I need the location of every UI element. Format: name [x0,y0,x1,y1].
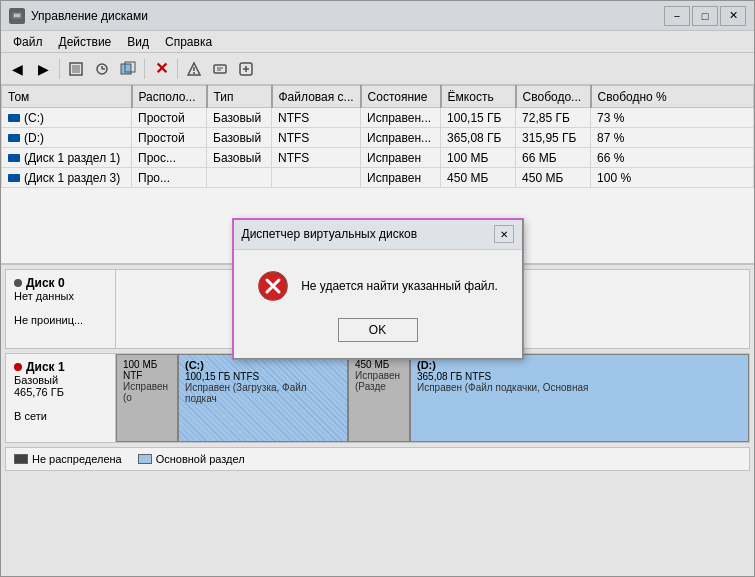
dialog-title: Диспетчер виртуальных дисков [242,227,418,241]
dialog-body: Не удается найти указанный файл. OK [234,250,522,358]
error-dialog: Диспетчер виртуальных дисков ✕ Не удаетс… [233,219,523,359]
ok-button[interactable]: OK [338,318,418,342]
dialog-overlay: Диспетчер виртуальных дисков ✕ Не удаетс… [0,0,755,577]
dialog-message: Не удается найти указанный файл. [301,279,498,293]
dialog-close-button[interactable]: ✕ [494,225,514,243]
dialog-buttons: OK [338,318,418,342]
error-icon [257,270,289,302]
dialog-titlebar: Диспетчер виртуальных дисков ✕ [234,220,522,250]
dialog-message-row: Не удается найти указанный файл. [257,270,498,302]
